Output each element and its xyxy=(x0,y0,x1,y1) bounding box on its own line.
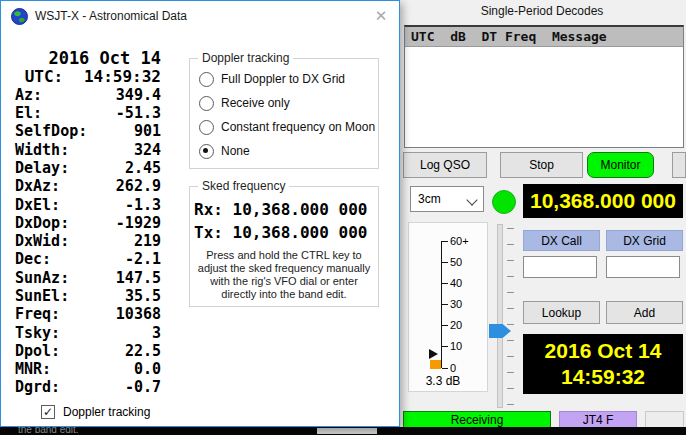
astro-row: MNR: 0.0 xyxy=(15,360,161,378)
astro-label: Dec: xyxy=(15,250,51,268)
astro-row: SunEl: 35.5 xyxy=(15,287,161,305)
dialog-title: WSJT-X - Astronomical Data xyxy=(35,1,187,31)
meter-level-label: 3.3 dB xyxy=(409,374,477,388)
doppler-tracking-checkbox[interactable]: Doppler tracking xyxy=(41,403,150,420)
astro-label: Dpol: xyxy=(15,342,60,360)
radio-button-icon xyxy=(199,72,214,87)
astro-label: Tsky: xyxy=(15,324,60,342)
tick-mark xyxy=(442,262,448,263)
astro-label: Freq: xyxy=(15,305,60,323)
astro-label: DxAz: xyxy=(15,177,60,195)
chevron-down-icon xyxy=(466,194,477,205)
signal-meter: 60+ 50 40 30 20 xyxy=(408,222,488,392)
astro-label: Dgrd: xyxy=(15,378,60,396)
status-mode-badge: JT4 F xyxy=(559,411,637,428)
band-select-value: 3cm xyxy=(418,192,441,206)
background-fragment-block xyxy=(317,428,377,434)
astro-row: DxWid: 219 xyxy=(15,232,161,250)
astro-value: 147.5 xyxy=(116,269,161,287)
astro-label: SelfDop: xyxy=(15,122,87,140)
tick-mark xyxy=(442,304,448,305)
astro-label: DxDop: xyxy=(15,214,69,232)
lookup-button[interactable]: Lookup xyxy=(523,301,600,324)
astro-row: Dgrd: -0.7 xyxy=(15,378,161,396)
dx-grid-header-button[interactable]: DX Grid xyxy=(606,230,683,251)
stop-button[interactable]: Stop xyxy=(500,152,583,178)
astro-row: Dec: -2.1 xyxy=(15,250,161,268)
partial-button[interactable] xyxy=(672,152,686,178)
tick-mark xyxy=(442,241,448,242)
sked-tx-frequency: Tx: 10,368.000 000 xyxy=(194,221,378,244)
monitor-button[interactable]: Monitor xyxy=(587,152,654,178)
frequency-display: 10,368.000 000 xyxy=(523,184,683,218)
astro-label: SunAz: xyxy=(15,269,69,287)
astro-row: Delay: 2.45 xyxy=(15,159,161,177)
astro-label: DxEl: xyxy=(15,196,60,214)
astro-row: Tsky: 3 xyxy=(15,323,161,341)
radio-button-icon xyxy=(199,96,214,111)
astro-row: Dpol: 22.5 xyxy=(15,342,161,360)
tick-mark xyxy=(442,368,448,369)
doppler-tracking-group: Doppler tracking Full Doppler to DX Grid… xyxy=(189,58,379,169)
astro-row: Az: 349.4 xyxy=(15,86,161,104)
meter-tick: 30 xyxy=(442,299,462,311)
astro-data-text: 2016 Oct 14 UTC: 14:59:32 Az: 349.4 El: … xyxy=(15,49,161,397)
background-window-strip: the band edit. xyxy=(0,427,686,435)
checkbox-icon xyxy=(41,405,55,419)
clock-date: 2016 Oct 14 xyxy=(545,338,662,364)
astro-label: Width: xyxy=(15,141,69,159)
meter-tick: 40 xyxy=(442,277,462,289)
status-receiving-badge: Receiving xyxy=(403,411,551,428)
sked-help-text: Press and hold the CTRL key toadjust the… xyxy=(190,249,378,301)
meter-tick: 60+ xyxy=(442,235,469,247)
dx-call-header-button[interactable]: DX Call xyxy=(523,230,600,251)
radio-button-icon xyxy=(199,144,214,159)
add-button[interactable]: Add xyxy=(606,301,683,324)
astro-value: 219 xyxy=(134,232,161,250)
astro-row: DxEl: -1.3 xyxy=(15,195,161,213)
astro-label: DxWid: xyxy=(15,232,69,250)
meter-tick: 0 xyxy=(442,362,456,374)
astro-value: 262.9 xyxy=(116,177,161,195)
decodes-panel-title: Single-Period Decodes xyxy=(398,4,686,18)
meter-tick: 50 xyxy=(442,256,462,268)
decodes-column-headers: UTC dB DT Freq Message xyxy=(405,27,683,47)
astro-value: 2.45 xyxy=(125,159,161,177)
doppler-group-title: Doppler tracking xyxy=(198,51,293,65)
rig-status-indicator xyxy=(492,190,516,214)
doppler-radio-option[interactable]: None xyxy=(190,139,378,163)
dx-grid-input[interactable] xyxy=(606,256,680,278)
radio-button-icon xyxy=(199,120,214,135)
astro-value: -1.3 xyxy=(125,196,161,214)
astro-value: 35.5 xyxy=(125,287,161,305)
meter-level-bar xyxy=(430,360,441,369)
meter-scale: 60+ 50 40 30 20 xyxy=(441,241,484,368)
tune-slider-groove[interactable] xyxy=(497,224,503,408)
close-icon[interactable]: ✕ xyxy=(371,6,391,26)
doppler-radio-option[interactable]: Receive only xyxy=(190,91,378,115)
astro-value: 0.0 xyxy=(134,360,161,378)
astro-value: 14:59:32 xyxy=(84,67,161,86)
astro-row: Width: 324 xyxy=(15,140,161,158)
sked-group-title: Sked frequency xyxy=(198,179,289,193)
astro-row: SunAz: 147.5 xyxy=(15,269,161,287)
doppler-radio-option[interactable]: Constant frequency on Moon xyxy=(190,115,378,139)
doppler-radio-option[interactable]: Full Doppler to DX Grid xyxy=(190,67,378,91)
astro-value: 349.4 xyxy=(116,86,161,104)
tick-mark xyxy=(442,346,448,347)
astro-value: 10368 xyxy=(116,305,161,323)
decodes-list[interactable]: UTC dB DT Freq Message xyxy=(404,25,684,148)
tick-mark xyxy=(442,283,448,284)
astro-row: SelfDop: 901 xyxy=(15,122,161,140)
dx-call-input[interactable] xyxy=(523,256,597,278)
astro-label: UTC: xyxy=(15,67,63,86)
astro-value: 3 xyxy=(152,324,161,342)
wsjtx-globe-icon xyxy=(11,8,28,25)
sked-rx-frequency: Rx: 10,368.000 000 xyxy=(194,198,378,221)
sked-frequency-group: Sked frequency Rx: 10,368.000 000 Tx: 10… xyxy=(189,186,379,307)
checkbox-label: Doppler tracking xyxy=(63,405,150,419)
band-select-dropdown[interactable]: 3cm xyxy=(410,186,484,212)
astro-label: SunEl: xyxy=(15,287,69,305)
log-qso-button[interactable]: Log QSO xyxy=(403,152,487,178)
dialog-titlebar[interactable]: WSJT-X - Astronomical Data ✕ xyxy=(1,1,399,31)
